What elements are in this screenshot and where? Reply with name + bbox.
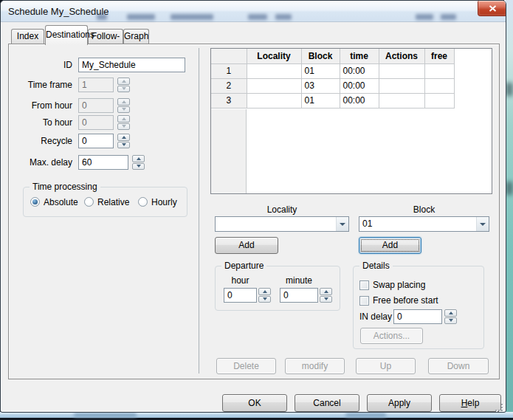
tab-destinations[interactable]: Destinations [45, 25, 88, 45]
spin-up-button[interactable] [258, 288, 271, 295]
block-cell[interactable]: 03 [301, 78, 340, 93]
free-cell[interactable] [424, 63, 454, 78]
radio-option-relative[interactable]: Relative [84, 197, 129, 207]
arrow-up-icon [122, 136, 126, 139]
cancel-button[interactable]: Cancel [295, 394, 359, 412]
time-cell[interactable]: 00:00 [340, 78, 379, 93]
time-cell[interactable]: 00:00 [340, 63, 379, 78]
close-button[interactable] [478, 1, 506, 16]
button-label: modify [286, 359, 344, 373]
destinations-table[interactable]: Locality Block time Actions free 1 01 00… [211, 49, 455, 109]
spin-down-button[interactable] [132, 163, 145, 171]
recycle-input[interactable] [78, 134, 114, 148]
locality-cell[interactable] [247, 93, 301, 108]
actions-cell[interactable] [379, 63, 424, 78]
departure-title: Departure [221, 261, 266, 271]
id-input[interactable] [78, 58, 185, 72]
row-number-cell[interactable]: 2 [211, 78, 247, 93]
button-label: Apply [368, 395, 431, 411]
button-label: Cancel [295, 395, 359, 411]
free-before-start-checkbox[interactable] [359, 296, 369, 306]
spin-down-button[interactable] [258, 296, 271, 303]
departure-minute-input[interactable] [280, 288, 318, 303]
radio-option-absolute[interactable]: Absolute [30, 197, 78, 207]
help-button[interactable]: Help [439, 394, 501, 412]
departure-hour-input[interactable] [224, 288, 257, 303]
spin-up-button[interactable] [444, 309, 457, 317]
arrow-up-icon [122, 117, 126, 120]
spin-down-button[interactable] [117, 142, 130, 149]
arrow-up-icon [122, 80, 126, 83]
arrow-down-icon [122, 143, 126, 146]
row-number-cell[interactable]: 1 [211, 63, 247, 78]
block-cell[interactable]: 01 [301, 93, 340, 108]
max-delay-input[interactable] [78, 155, 128, 170]
add-block-button[interactable]: Add [359, 237, 421, 254]
apply-button[interactable]: Apply [367, 394, 432, 412]
row-header-column-extension [211, 109, 247, 193]
arrow-up-icon [263, 290, 267, 293]
actions-cell[interactable] [379, 78, 424, 93]
destinations-table-panel[interactable]: Locality Block time Actions free 1 01 00… [210, 48, 492, 194]
table-row[interactable]: 2 03 00:00 [211, 78, 454, 93]
free-cell[interactable] [424, 93, 454, 108]
table-row[interactable]: 1 01 00:00 [211, 63, 454, 78]
locality-cell[interactable] [247, 78, 301, 93]
details-title: Details [359, 261, 393, 271]
header-cell: Locality [247, 49, 301, 63]
time-cell[interactable]: 00:00 [340, 93, 379, 108]
tab-index[interactable]: Index [11, 29, 44, 44]
max-delay-spinner[interactable] [132, 155, 145, 170]
radio-label: Relative [97, 197, 129, 207]
spin-up-button[interactable] [117, 134, 130, 141]
from-hour-input [78, 98, 114, 113]
spin-down-button [117, 106, 130, 114]
title-bar[interactable]: Schedule My_Schedule [1, 1, 506, 22]
actions-button: Actions... [360, 328, 423, 344]
departure-hour-spinner[interactable] [258, 288, 271, 303]
in-delay-input[interactable] [393, 309, 442, 324]
block-cell[interactable]: 01 [301, 63, 340, 78]
ok-button[interactable]: OK [222, 394, 287, 412]
table-row[interactable]: 3 01 00:00 [211, 93, 454, 108]
button-label: Add [216, 238, 278, 253]
locality-combo-label: Locality [215, 204, 349, 215]
window-title: Schedule My_Schedule [8, 6, 109, 17]
background-menu-blob [416, 14, 433, 20]
to-hour-spinner [117, 115, 130, 130]
vertical-divider [199, 48, 199, 373]
block-combobox[interactable]: 01 [359, 216, 489, 232]
tab-label: Index [12, 30, 44, 44]
from-hour-label: From hour [21, 98, 72, 113]
departure-minute-spinner[interactable] [320, 288, 332, 303]
radio-relative-icon[interactable] [84, 197, 94, 207]
max-delay-label: Max. delay [21, 155, 72, 170]
recycle-spinner[interactable] [117, 134, 130, 148]
minute-label: minute [280, 275, 318, 286]
locality-cell[interactable] [247, 63, 301, 78]
free-cell[interactable] [424, 78, 454, 93]
button-label: Delete [217, 359, 275, 373]
radio-option-hourly[interactable]: Hourly [138, 197, 177, 207]
tab-graph[interactable]: Graph [123, 29, 149, 44]
resize-grip[interactable] [495, 404, 504, 413]
in-delay-spinner[interactable] [444, 309, 457, 324]
button-label: Add [359, 238, 421, 253]
spin-down-button[interactable] [444, 317, 457, 325]
chevron-down-icon[interactable] [476, 217, 489, 231]
spin-down-button[interactable] [320, 296, 332, 303]
radio-label: Absolute [44, 197, 78, 207]
radio-hourly-icon[interactable] [138, 197, 148, 207]
chevron-down-icon[interactable] [336, 217, 348, 231]
add-locality-button[interactable]: Add [215, 237, 278, 254]
locality-combobox[interactable] [215, 216, 349, 232]
swap-placing-checkbox[interactable] [359, 280, 369, 290]
radio-absolute-icon[interactable] [30, 197, 40, 207]
arrow-down-icon [449, 319, 453, 322]
spin-up-button[interactable] [132, 155, 145, 162]
actions-cell[interactable] [379, 93, 424, 108]
row-number-cell[interactable]: 3 [211, 93, 247, 108]
background-menu-blob [275, 14, 292, 20]
delete-button: Delete [216, 358, 276, 374]
spin-up-button[interactable] [320, 288, 332, 295]
